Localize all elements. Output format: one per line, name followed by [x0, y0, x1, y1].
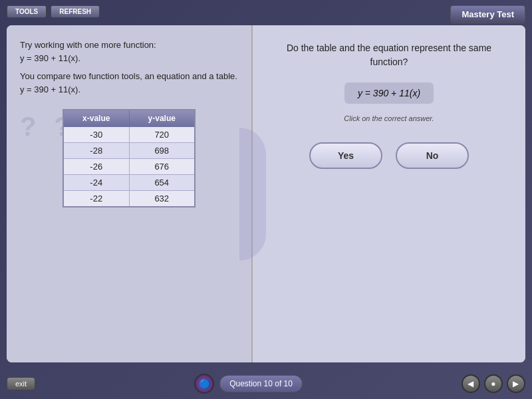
toolbar: TOOLS REFRESH	[7, 5, 100, 18]
cell-y: 632	[129, 191, 195, 207]
tools-button[interactable]: TOOLS	[7, 5, 47, 18]
equation-display: y = 390 + 11(x)	[344, 82, 434, 104]
click-instruction: Click on the correct answer.	[344, 114, 434, 122]
col-header-x: x-value	[63, 110, 129, 127]
cell-y: 676	[129, 159, 195, 175]
no-button[interactable]: No	[396, 142, 469, 169]
nav-end-button[interactable]: ▶	[507, 374, 525, 393]
cell-y: 698	[129, 143, 195, 159]
right-panel: Do the table and the equation represent …	[253, 25, 525, 362]
cell-x: -26	[63, 159, 129, 175]
deco-shape	[239, 128, 266, 261]
bottom-center: 🔵 Question 10 of 10	[194, 374, 303, 394]
question-text: Do the table and the equation represent …	[269, 41, 509, 69]
logo-icon: 🔵	[194, 374, 214, 394]
nav-prev-button[interactable]: ◀	[462, 374, 480, 393]
col-header-y: y-value	[129, 110, 195, 127]
cell-x: -28	[63, 143, 129, 159]
cell-x: -22	[63, 191, 129, 207]
data-table: x-value y-value -30720-28698-26676-24654…	[63, 109, 196, 207]
table-row: -26676	[63, 159, 195, 175]
yes-button[interactable]: Yes	[309, 142, 382, 169]
refresh-button[interactable]: REFRESH	[51, 5, 100, 18]
table-row: -28698	[63, 143, 195, 159]
cell-y: 720	[129, 127, 195, 143]
table-container: x-value y-value -30720-28698-26676-24654…	[20, 109, 238, 207]
cell-x: -24	[63, 175, 129, 191]
table-row: -30720	[63, 127, 195, 143]
exit-button[interactable]: exit	[7, 377, 35, 390]
nav-next-button[interactable]: ●	[484, 374, 503, 393]
mastery-badge: Mastery Test	[450, 5, 525, 23]
cell-y: 654	[129, 175, 195, 191]
answer-buttons: Yes No	[309, 142, 469, 169]
left-panel: Try working with one more function: y = …	[7, 25, 253, 362]
table-row: -22632	[63, 191, 195, 207]
table-row: -24654	[63, 175, 195, 191]
nav-controls: ◀ ● ▶	[462, 374, 525, 393]
intro-text: Try working with one more function: y = …	[20, 39, 238, 65]
content-area: Try working with one more function: y = …	[7, 25, 525, 362]
bottom-bar: exit 🔵 Question 10 of 10 ◀ ● ▶	[7, 374, 525, 394]
compare-text: You compare two function tools, an equat…	[20, 70, 238, 96]
main-container: TOOLS REFRESH Mastery Test Try working w…	[0, 0, 532, 399]
question-counter: Question 10 of 10	[219, 375, 303, 392]
cell-x: -30	[63, 127, 129, 143]
